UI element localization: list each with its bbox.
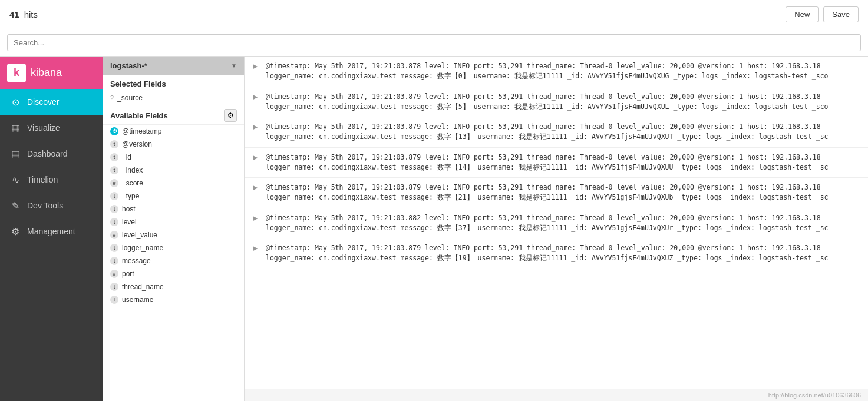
hits-info: 41 hits <box>9 9 38 19</box>
devtools-icon: ✎ <box>9 200 21 211</box>
field-name-port: port <box>122 270 134 278</box>
field-name-index: _index <box>122 166 143 174</box>
main-content: ▶ @timestamp: May 5th 2017, 19:21:03.878… <box>245 57 868 401</box>
source-type-icon: ? <box>110 94 114 101</box>
source-field-item[interactable]: ? _source <box>103 91 244 104</box>
field-name-timestamp: @timestamp <box>122 127 162 135</box>
field-item-level-value[interactable]: # level_value <box>103 228 244 241</box>
field-name-id: _id <box>122 153 131 161</box>
log-line-1: @timestamp: May 5th 2017, 19:21:03.879 l… <box>266 153 859 163</box>
thread-name-type-icon: t <box>110 283 118 291</box>
sidebar-label-dashboard: Dashboard <box>27 149 68 158</box>
dashboard-icon: ▤ <box>9 148 21 160</box>
hits-label: hits <box>24 9 38 19</box>
field-item-id[interactable]: t _id <box>103 151 244 164</box>
hits-count: 41 <box>9 9 19 19</box>
field-item-username[interactable]: t username <box>103 293 244 306</box>
source-field-label: _source <box>117 94 143 102</box>
field-name-score: _score <box>122 179 143 187</box>
main-layout: k kibana ⊙ Discover ▦ Visualize ▤ Dashbo… <box>0 57 868 401</box>
sidebar-label-devtools: Dev Tools <box>27 201 63 210</box>
host-type-icon: t <box>110 205 118 213</box>
field-item-logger-name[interactable]: t logger_name <box>103 241 244 254</box>
discover-icon: ⊙ <box>9 96 21 108</box>
search-input[interactable] <box>7 34 861 51</box>
management-icon: ⚙ <box>9 226 21 237</box>
visualize-icon: ▦ <box>9 122 21 134</box>
expand-arrow-icon[interactable]: ▶ <box>253 62 258 70</box>
sidebar-item-dashboard[interactable]: ▤ Dashboard <box>0 141 103 167</box>
field-item-timestamp[interactable]: ⏱ @timestamp <box>103 125 244 138</box>
sidebar-label-visualize: Visualize <box>27 123 60 132</box>
results-area: ▶ @timestamp: May 5th 2017, 19:21:03.878… <box>245 57 868 389</box>
kibana-logo: k kibana <box>0 57 103 89</box>
expand-arrow-icon[interactable]: ▶ <box>253 93 258 101</box>
field-name-thread-name: thread_name <box>122 283 164 291</box>
result-row[interactable]: ▶ @timestamp: May 5th 2017, 19:21:03.879… <box>245 238 868 269</box>
sidebar-label-discover: Discover <box>27 97 59 107</box>
type-type-icon: t <box>110 192 118 200</box>
log-line-2: logger_name: cn.codingxiaxw.test message… <box>266 132 859 142</box>
field-item-thread-name[interactable]: t thread_name <box>103 280 244 293</box>
message-type-icon: t <box>110 257 118 265</box>
log-line-2: logger_name: cn.codingxiaxw.test message… <box>266 71 859 81</box>
field-item-type[interactable]: t _type <box>103 190 244 203</box>
log-line-2: logger_name: cn.codingxiaxw.test message… <box>266 102 859 112</box>
left-panel: logstash-* ▼ Selected Fields ? _source A… <box>103 57 245 401</box>
result-row[interactable]: ▶ @timestamp: May 5th 2017, 19:21:03.878… <box>245 57 868 87</box>
top-bar-actions: New Save <box>786 6 859 22</box>
sidebar-item-devtools[interactable]: ✎ Dev Tools <box>0 193 103 218</box>
expand-arrow-icon[interactable]: ▶ <box>253 244 258 252</box>
field-name-level: level <box>122 218 137 226</box>
kibana-logo-text: kibana <box>31 67 62 79</box>
field-item-index[interactable]: t _index <box>103 164 244 177</box>
fields-gear-button[interactable]: ⚙ <box>224 109 237 122</box>
sidebar-item-timelion[interactable]: ∿ Timelion <box>0 167 103 193</box>
expand-arrow-icon[interactable]: ▶ <box>253 123 258 131</box>
index-pattern-label: logstash-* <box>110 61 147 70</box>
new-button[interactable]: New <box>786 6 819 22</box>
expand-arrow-icon[interactable]: ▶ <box>253 214 258 222</box>
field-name-version: @version <box>122 140 152 148</box>
sidebar-nav: k kibana ⊙ Discover ▦ Visualize ▤ Dashbo… <box>0 57 103 401</box>
id-type-icon: t <box>110 153 118 161</box>
log-line-2: logger_name: cn.codingxiaxw.test message… <box>266 163 859 173</box>
timestamp-type-icon: ⏱ <box>110 127 118 135</box>
field-item-level[interactable]: t level <box>103 216 244 228</box>
watermark: http://blog.csdn.net/u010636606 <box>245 389 868 401</box>
expand-arrow-icon[interactable]: ▶ <box>253 154 258 161</box>
username-type-icon: t <box>110 296 118 304</box>
result-row[interactable]: ▶ @timestamp: May 5th 2017, 19:21:03.879… <box>245 148 868 178</box>
fields-section: Selected Fields ? _source Available Fiel… <box>103 75 244 401</box>
sidebar-item-discover[interactable]: ⊙ Discover <box>0 89 103 115</box>
save-button[interactable]: Save <box>823 6 859 22</box>
sidebar-item-visualize[interactable]: ▦ Visualize <box>0 115 103 141</box>
result-row[interactable]: ▶ @timestamp: May 5th 2017, 19:21:03.879… <box>245 117 868 148</box>
sidebar-label-timelion: Timelion <box>27 175 58 184</box>
log-line-2: logger_name: cn.codingxiaxw.test message… <box>266 223 859 233</box>
log-line-1: @timestamp: May 5th 2017, 19:21:03.879 l… <box>266 122 859 132</box>
index-selector[interactable]: logstash-* ▼ <box>103 57 244 75</box>
available-fields-header: Available Fields ⚙ <box>103 104 244 125</box>
field-name-level-value: level_value <box>122 231 157 239</box>
field-item-version[interactable]: t @version <box>103 138 244 151</box>
index-arrow-icon[interactable]: ▼ <box>231 62 237 69</box>
field-name-type: _type <box>122 192 139 200</box>
level-value-type-icon: # <box>110 231 118 239</box>
field-name-host: host <box>122 205 136 213</box>
port-type-icon: # <box>110 270 118 278</box>
field-item-port[interactable]: # port <box>103 267 244 280</box>
available-fields-title: Available Fields <box>110 111 168 120</box>
field-item-host[interactable]: t host <box>103 203 244 216</box>
field-item-message[interactable]: t message <box>103 254 244 267</box>
sidebar-item-management[interactable]: ⚙ Management <box>0 218 103 244</box>
result-row[interactable]: ▶ @timestamp: May 5th 2017, 19:21:03.879… <box>245 178 868 208</box>
result-row[interactable]: ▶ @timestamp: May 5th 2017, 19:21:03.882… <box>245 208 868 239</box>
expand-arrow-icon[interactable]: ▶ <box>253 184 258 191</box>
version-type-icon: t <box>110 140 118 148</box>
log-line-1: @timestamp: May 5th 2017, 19:21:03.879 l… <box>266 243 859 253</box>
kibana-logo-icon: k <box>7 64 26 82</box>
result-row[interactable]: ▶ @timestamp: May 5th 2017, 19:21:03.879… <box>245 87 868 118</box>
field-item-score[interactable]: # _score <box>103 177 244 190</box>
search-bar <box>0 29 868 57</box>
